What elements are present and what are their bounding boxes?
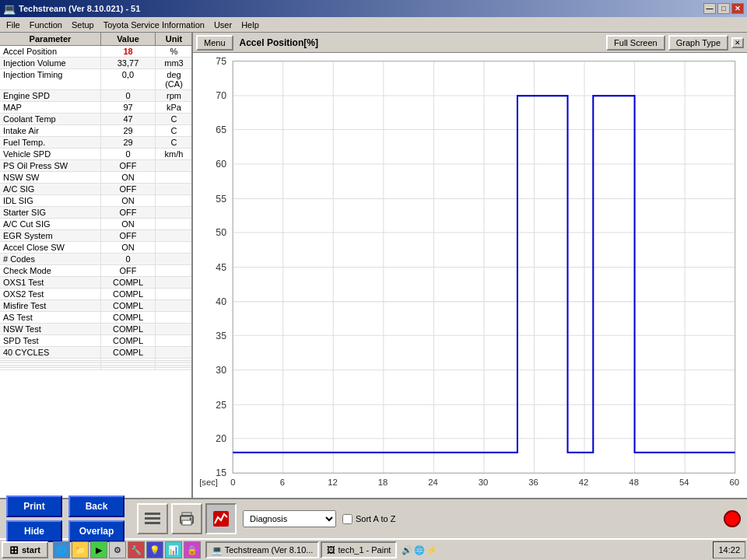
diagnosis-select[interactable]: Diagnosis Health Check Snapshot [243,510,336,527]
cell-unit [156,312,191,323]
minimize-button[interactable]: — [703,3,716,14]
cell-param: A/C SIG [0,184,101,194]
table-row[interactable]: AS TestCOMPL [0,312,191,324]
table-row[interactable]: Accel Position18% [0,46,191,58]
ie-icon[interactable]: 🌐 [53,541,70,558]
svg-text:60: 60 [216,159,226,170]
svg-text:[sec]: [sec] [199,478,218,487]
record-button[interactable] [724,510,741,527]
table-row[interactable]: Accel Close SWON [0,242,191,254]
menu-user[interactable]: User [209,19,237,31]
table-row[interactable]: Check ModeOFF [0,265,191,277]
cell-param: Fuel Temp. [0,137,101,148]
table-row[interactable]: Injection Volume33,77mm3 [0,58,191,69]
table-row[interactable]: Intake Air29C [0,125,191,137]
taskbar-paint[interactable]: 🖼 tech_1 - Paint [321,541,397,558]
menu-button[interactable]: Menu [196,35,233,51]
cell-value: 29 [101,137,156,148]
table-row[interactable]: Misfire TestCOMPL [0,300,191,312]
icon4[interactable]: ⚙ [109,541,126,558]
cell-value: OFF [101,265,156,276]
graph-type-button[interactable]: Graph Type [668,35,728,51]
table-row[interactable]: MAP97kPa [0,102,191,114]
table-row[interactable]: Engine SPD0rpm [0,90,191,102]
hide-button[interactable]: Hide [6,520,62,542]
icon7[interactable]: 📊 [165,541,182,558]
icon5[interactable]: 🔧 [128,541,145,558]
sort-checkbox-input[interactable] [342,514,352,524]
cell-value: OFF [101,160,156,171]
table-row[interactable]: OXS2 TestCOMPL [0,289,191,300]
icon6[interactable]: 💡 [146,541,163,558]
taskbar-clock: 14:22 [713,541,745,558]
cell-param [0,361,101,362]
cell-unit: mm3 [156,58,191,68]
cell-unit [156,219,191,229]
svg-text:60: 60 [729,478,739,487]
table-row[interactable] [0,368,191,370]
taskbar-techstream[interactable]: 💻 Techstream (Ver 8.10... [205,541,320,558]
folder-icon[interactable]: 📁 [72,541,89,558]
cell-unit [156,184,191,194]
menu-setup[interactable]: Setup [67,19,99,31]
cell-param: MAP [0,102,101,113]
graph-close-button[interactable]: ✕ [731,37,744,48]
media-icon[interactable]: ▶ [90,541,107,558]
full-screen-button[interactable]: Full Screen [606,35,665,51]
icon8[interactable]: 🔒 [184,541,201,558]
table-row[interactable]: NSW SWON [0,172,191,184]
table-row[interactable]: SPD TestCOMPL [0,335,191,347]
cell-value: COMPL [101,300,156,311]
svg-text:75: 75 [216,56,226,67]
menu-function[interactable]: Function [25,19,67,31]
cell-param [0,368,101,369]
cell-value: 0 [101,254,156,264]
overlap-button[interactable]: Overlap [68,520,124,542]
table-row[interactable]: Vehicle SPD0km/h [0,149,191,160]
maximize-button[interactable]: □ [717,3,730,14]
table-row[interactable]: A/C SIGOFF [0,184,191,195]
taskbar-paint-label: 🖼 tech_1 - Paint [327,545,391,555]
cell-value: ON [101,195,156,206]
menu-toyota-service[interactable]: Toyota Service Information [99,19,209,31]
cell-unit [156,230,191,241]
table-row[interactable]: PS Oil Press SWOFF [0,160,191,172]
active-icon-button[interactable] [205,503,237,534]
table-row[interactable]: # Codes0 [0,254,191,265]
svg-rect-51 [145,513,160,515]
table-row[interactable]: NSW TestCOMPL [0,324,191,335]
cell-param [0,366,101,367]
right-buttons: Back Overlap [68,495,124,542]
svg-text:24: 24 [428,478,438,487]
graph-icon [212,509,230,528]
close-button[interactable]: ✕ [731,3,744,14]
header-value: Value [101,33,156,45]
table-row[interactable]: Coolant Temp47C [0,114,191,125]
cell-value [101,368,156,369]
table-row[interactable]: IDL SIGON [0,195,191,207]
icon-bar [137,503,237,534]
svg-text:54: 54 [679,478,689,487]
print-icon-button[interactable] [171,503,202,534]
table-row[interactable]: Fuel Temp.29C [0,137,191,149]
cell-unit [156,160,191,171]
start-button[interactable]: ⊞ start [2,541,48,558]
menu-help[interactable]: Help [237,19,264,31]
cell-param: Intake Air [0,125,101,136]
table-row[interactable]: A/C Cut SIGON [0,219,191,230]
table-row[interactable]: Injection Timing0,0deg(CA) [0,69,191,90]
cell-param: NSW SW [0,172,101,183]
print-button[interactable]: Print [6,495,62,517]
menu-file[interactable]: File [2,19,25,31]
cell-value: 0 [101,149,156,159]
cell-value: COMPL [101,277,156,288]
cell-unit [156,289,191,299]
table-row[interactable]: 40 CYCLESCOMPL [0,347,191,359]
list-icon-button[interactable] [137,503,168,534]
svg-text:65: 65 [216,124,226,135]
table-row[interactable]: EGR SystemOFF [0,230,191,242]
table-row[interactable]: OXS1 TestCOMPL [0,277,191,289]
back-button[interactable]: Back [68,495,124,517]
table-row[interactable]: Starter SIGOFF [0,207,191,219]
cell-param: Injection Volume [0,58,101,68]
